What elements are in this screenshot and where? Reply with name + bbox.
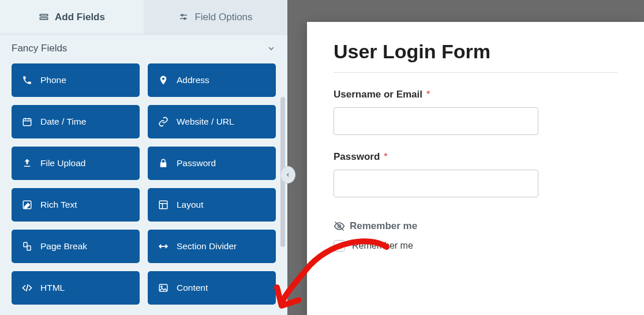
remember-me-checkbox-row[interactable]: Remember me: [334, 240, 617, 252]
location-icon: [158, 75, 169, 85]
svg-point-5: [184, 17, 186, 19]
tabs: Add Fields Field Options: [0, 0, 287, 35]
fields-grid: Phone Address Date / Time Website / URL: [0, 57, 287, 312]
pagebreak-icon: [22, 241, 32, 252]
field-content[interactable]: Content: [148, 271, 276, 305]
upload-icon: [22, 158, 32, 168]
field-label: Password: [177, 158, 216, 168]
field-rich-text[interactable]: Rich Text: [12, 188, 140, 222]
field-label: Content: [177, 283, 208, 293]
field-label: Phone: [40, 75, 66, 85]
tab-add-fields-label: Add Fields: [55, 12, 105, 23]
field-phone[interactable]: Phone: [12, 63, 140, 97]
collapse-panel-toggle[interactable]: [280, 166, 295, 183]
builder-sidebar: Add Fields Field Options Fancy Fields Ph…: [0, 0, 287, 315]
remember-header-label: Remember me: [350, 220, 417, 232]
svg-rect-6: [23, 119, 31, 126]
field-website-url[interactable]: Website / URL: [148, 105, 276, 138]
content-icon: [158, 283, 169, 293]
remember-me-label: Remember me: [352, 241, 413, 251]
svg-point-19: [161, 286, 162, 287]
section-title: Fancy Fields: [12, 43, 67, 54]
svg-rect-11: [159, 201, 167, 209]
section-header-fancy-fields[interactable]: Fancy Fields: [0, 35, 287, 57]
tab-field-options-label: Field Options: [194, 12, 252, 23]
required-mark: *: [384, 151, 388, 162]
field-layout[interactable]: Layout: [148, 188, 276, 222]
hidden-icon: [334, 220, 345, 232]
add-fields-icon: [39, 12, 49, 22]
field-label: Page Break: [40, 241, 87, 252]
link-icon: [158, 117, 169, 127]
field-password[interactable]: Password: [148, 147, 276, 180]
field-label: Rich Text: [40, 200, 77, 210]
svg-rect-0: [40, 14, 48, 16]
chevron-left-icon: [285, 172, 291, 178]
lock-icon: [158, 158, 169, 168]
form-card: User Login Form Username or Email * Pass…: [307, 22, 644, 315]
field-file-upload[interactable]: File Upload: [12, 147, 140, 180]
svg-rect-15: [27, 246, 31, 250]
chevron-down-icon: [267, 44, 276, 53]
divider-icon: [158, 241, 169, 252]
required-mark: *: [426, 89, 430, 100]
field-label: Section Divider: [177, 241, 237, 252]
password-input[interactable]: [334, 170, 538, 197]
remember-me-checkbox[interactable]: [334, 240, 345, 252]
calendar-icon: [22, 117, 32, 127]
username-input[interactable]: [334, 107, 538, 135]
layout-icon: [158, 200, 169, 210]
field-username[interactable]: Username or Email *: [334, 89, 617, 135]
field-date-time[interactable]: Date / Time: [12, 105, 140, 138]
tab-field-options[interactable]: Field Options: [144, 0, 287, 34]
field-label: Address: [177, 75, 209, 85]
field-html[interactable]: HTML: [12, 271, 140, 305]
field-label: HTML: [40, 283, 65, 293]
field-password[interactable]: Password *: [334, 151, 617, 197]
field-label: Date / Time: [40, 117, 86, 127]
field-options-icon: [178, 12, 189, 22]
field-address[interactable]: Address: [148, 63, 276, 97]
preview-canvas: User Login Form Username or Email * Pass…: [287, 0, 644, 315]
field-page-break[interactable]: Page Break: [12, 230, 140, 263]
form-title: User Login Form: [334, 40, 617, 63]
html-icon: [22, 283, 32, 293]
svg-rect-14: [24, 242, 27, 247]
svg-point-3: [182, 14, 184, 16]
title-divider: [334, 72, 617, 73]
richtext-icon: [22, 200, 32, 210]
phone-icon: [22, 75, 32, 85]
username-label: Username or Email *: [334, 89, 617, 100]
field-label: Layout: [177, 200, 204, 210]
tab-add-fields[interactable]: Add Fields: [0, 0, 144, 34]
svg-line-17: [27, 284, 28, 291]
remember-me-field-header[interactable]: Remember me: [334, 220, 617, 232]
svg-rect-1: [40, 17, 48, 19]
password-label: Password *: [334, 151, 617, 163]
field-label: Website / URL: [177, 117, 234, 127]
field-section-divider[interactable]: Section Divider: [148, 230, 276, 263]
field-label: File Upload: [40, 158, 85, 168]
